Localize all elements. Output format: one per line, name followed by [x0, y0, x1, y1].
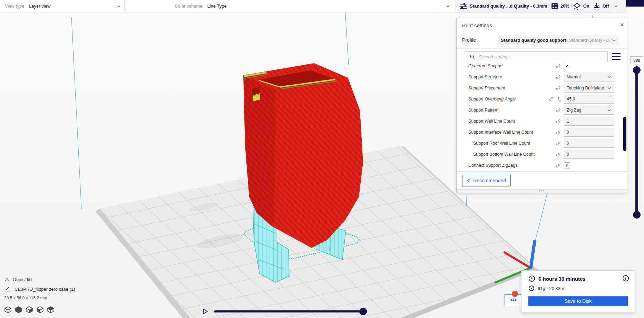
setting-label: Support Structure	[468, 75, 556, 79]
print-settings-summary-bar[interactable]: Standard quality ...d Quality - 0.3mm 20…	[456, 0, 626, 12]
setting-row[interactable]: Generate Support✔	[457, 62, 627, 71]
profile-value-suffix: - Standard Quality - 0....	[566, 38, 611, 43]
layer-slider-top-handle[interactable]	[633, 66, 641, 74]
layer-number-tooltip: 388	[630, 56, 643, 64]
chevron-down-icon	[607, 86, 611, 90]
pencil-icon	[5, 286, 11, 292]
gcode-label: </>	[510, 297, 517, 302]
profile-label: Profile	[462, 37, 476, 43]
print-time-value: 6 hours 30 minutes	[538, 276, 586, 282]
function-icon: ƒx	[557, 96, 561, 102]
view-left-button[interactable]	[36, 306, 44, 314]
gcode-badge: 1	[512, 291, 518, 297]
object-list-title: Object list	[13, 277, 32, 282]
clock-icon	[528, 275, 535, 282]
spool-icon	[528, 285, 535, 291]
setting-row[interactable]: Support PlacementTouching Buildplate	[457, 83, 627, 94]
object-list-header[interactable]: Object list	[5, 277, 32, 282]
setting-input[interactable]: 0	[564, 139, 614, 148]
material-row: 61g · 20.33m	[528, 285, 564, 291]
material-value: 61g · 20.33m	[538, 286, 564, 291]
summary-adhesion-value: Off	[603, 3, 609, 9]
view-type-value[interactable]: Layer view	[29, 3, 50, 9]
view-options-bar: View type Layer view Color scheme Line T…	[0, 0, 456, 12]
view-right-button[interactable]	[47, 306, 55, 314]
settings-scrollbar[interactable]	[623, 117, 626, 151]
color-scheme-value[interactable]: Line Type	[207, 3, 226, 9]
recommended-label: Recommended	[473, 178, 506, 183]
link-icon	[556, 119, 561, 124]
setting-input[interactable]: 0	[564, 150, 614, 159]
panel-divider	[457, 48, 627, 49]
summary-profile-text: Standard quality ...d Quality - 0.3mm	[470, 3, 547, 9]
summary-chevron-icon[interactable]	[614, 4, 618, 8]
view-front-button[interactable]	[15, 306, 22, 314]
setting-label: Support Wall Line Count	[468, 119, 556, 124]
setting-input[interactable]: 1	[564, 117, 614, 126]
close-icon[interactable]: ✕	[618, 21, 626, 29]
view-type-chevron-icon[interactable]	[117, 4, 121, 8]
play-icon[interactable]	[202, 308, 208, 315]
setting-checkbox[interactable]: ✔	[564, 63, 570, 69]
setting-row[interactable]: Support StructureNormal	[457, 71, 627, 83]
setting-row[interactable]: Support Interface Wall Line Count0	[457, 127, 627, 138]
collapse-chevron-icon	[5, 278, 9, 281]
setting-label: Support Pattern	[468, 108, 556, 113]
plate-side-left	[95, 209, 242, 318]
link-icon	[556, 86, 561, 91]
settings-menu-icon[interactable]	[612, 53, 621, 60]
link-icon	[556, 130, 561, 135]
path-slider-handle[interactable]	[359, 308, 367, 315]
setting-row[interactable]: Support Overhang Angleƒx45.0°	[457, 94, 627, 105]
model-shadow-2	[189, 201, 218, 213]
path-slider-track[interactable]	[214, 310, 363, 312]
support-icon	[573, 2, 581, 10]
setting-row[interactable]: Connect Support ZigZags✔	[457, 160, 627, 171]
save-to-disk-button[interactable]: Save to Disk	[528, 296, 628, 306]
setting-row[interactable]: Support Bottom Wall Line Count0	[457, 149, 627, 160]
info-icon[interactable]	[622, 275, 629, 282]
setting-label: Support Roof Wall Line Count	[473, 141, 556, 146]
setting-input[interactable]: 45.0°	[564, 95, 614, 104]
profile-dropdown[interactable]: Standard quality good support - Standard…	[497, 35, 619, 45]
object-list-item[interactable]: CE3PRO_flipper zero case (1)	[5, 286, 75, 292]
setting-row[interactable]: Support Roof Wall Line Count0	[457, 138, 627, 149]
cube-icon	[4, 306, 12, 314]
infill-icon	[551, 2, 558, 10]
panel-title: Print settings	[462, 22, 492, 28]
setting-row[interactable]: Support Wall Line Count1	[457, 116, 627, 127]
setting-dropdown[interactable]: Zig Zag	[564, 106, 614, 115]
chevron-down-icon	[607, 108, 611, 112]
link-icon	[556, 108, 561, 113]
adhesion-icon	[593, 2, 601, 10]
object-name: CE3PRO_flipper zero case (1)	[14, 287, 75, 292]
search-input[interactable]	[478, 54, 607, 60]
layer-slider-bottom-handle[interactable]	[633, 211, 641, 219]
link-icon	[556, 152, 561, 157]
view-top-button[interactable]	[26, 306, 33, 314]
profile-chevron-icon	[612, 38, 616, 42]
gcode-badge-value: 1	[514, 292, 516, 296]
setting-dropdown[interactable]: Normal	[564, 73, 614, 81]
setting-dropdown[interactable]: Touching Buildplate	[564, 84, 614, 93]
layer-slider-track[interactable]	[635, 70, 638, 216]
color-scheme-chevron-icon[interactable]	[446, 4, 450, 8]
profile-value: Standard quality good support	[501, 38, 566, 43]
object-dimensions: 38.5 x 56.0 x 116.2 mm	[4, 296, 47, 300]
view-3d-button[interactable]	[4, 306, 12, 314]
setting-label: Support Overhang Angle	[468, 97, 549, 102]
cura-preview-window: View type Layer view Color scheme Line T…	[0, 0, 644, 318]
setting-label: Support Bottom Wall Line Count	[473, 152, 556, 157]
search-settings-box[interactable]	[466, 51, 608, 62]
link-icon	[556, 64, 561, 69]
link-icon	[556, 163, 561, 168]
setting-checkbox[interactable]: ✔	[564, 162, 570, 168]
setting-input[interactable]: 0	[564, 128, 614, 137]
resize-dots: •••	[539, 190, 545, 191]
cube-icon	[26, 306, 33, 314]
settings-list: Generate Support✔Support StructureNormal…	[457, 62, 627, 171]
setting-label: Generate Support	[468, 64, 556, 68]
setting-row[interactable]: Support PatternZig Zag	[457, 105, 627, 116]
recommended-button[interactable]: Recommended	[462, 175, 511, 186]
panel-resize-handle[interactable]: •••	[457, 189, 627, 193]
